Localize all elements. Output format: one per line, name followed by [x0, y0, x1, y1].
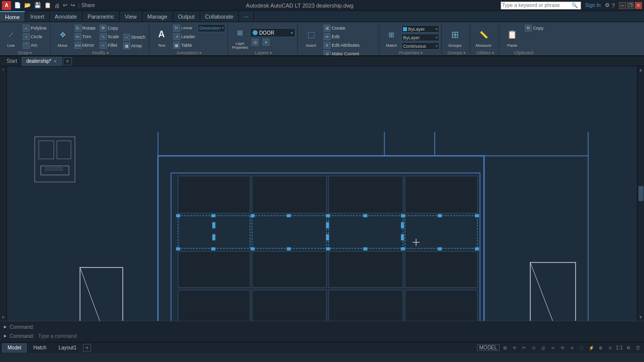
ribbon-tab-insert[interactable]: Insert — [25, 11, 50, 22]
modify-group-label[interactable]: Modify▾ — [54, 50, 147, 55]
settings-icon[interactable]: ⚙ — [605, 2, 610, 9]
ribbon-tab-collaborate[interactable]: Collaborate — [200, 11, 239, 22]
edit-block-button[interactable]: ✏Edit — [322, 33, 361, 41]
search-icon[interactable]: 🔍 — [572, 3, 578, 8]
sign-in-button[interactable]: Sign In — [585, 3, 601, 8]
osnap-icon[interactable]: ◎ — [539, 344, 547, 352]
model-tab[interactable]: Model — [2, 343, 27, 352]
scroll-up-button[interactable]: ▲ — [638, 67, 643, 72]
clipboard-copy-button[interactable]: ⧉Copy — [523, 24, 545, 32]
measure-button[interactable]: 📏 Measure — [473, 24, 494, 50]
dimension-button[interactable]: ⊢ Linear — [172, 24, 197, 32]
polar-icon[interactable]: ⊙ — [530, 344, 538, 352]
save-icon[interactable]: 💾 — [33, 2, 42, 9]
ribbon-tab-home[interactable]: Home — [0, 11, 25, 22]
ribbon-tab-output[interactable]: Output — [173, 11, 200, 22]
copy-button[interactable]: ⧉Copy — [98, 24, 121, 32]
ribbon-tab-view[interactable]: View — [120, 11, 142, 22]
qp-icon[interactable]: ⚡ — [587, 344, 595, 352]
draw-group-label[interactable]: Draw▾ — [2, 50, 48, 55]
model-indicator[interactable]: MODEL — [477, 344, 500, 351]
minimize-button[interactable]: ─ — [619, 2, 626, 9]
make-current-button[interactable]: ⊙Make Current — [322, 50, 361, 56]
restore-button[interactable]: ❐ — [627, 2, 634, 9]
redo-icon[interactable]: ↪ — [69, 2, 76, 9]
arc-button[interactable]: ⌒Arc — [21, 41, 48, 49]
polyline-button[interactable]: ⌐Polyline — [21, 24, 48, 32]
bylayer-linetype-dropdown[interactable]: ByLayer ▾ — [401, 34, 439, 41]
share-button[interactable]: Share — [82, 3, 95, 8]
otrack-icon[interactable]: ∞ — [549, 344, 557, 352]
command-input[interactable] — [38, 333, 641, 339]
clipboard-label[interactable]: Clipboard — [502, 50, 545, 55]
save-as-icon[interactable]: 📋 — [43, 2, 52, 9]
hatch-tab[interactable]: Hatch — [28, 343, 52, 352]
create-block-button[interactable]: ⊞Create — [322, 24, 361, 32]
ortho-icon[interactable]: ⊢ — [520, 344, 528, 352]
table-button[interactable]: ▦ Table — [172, 41, 197, 49]
ribbon-tab-annotate[interactable]: Annotate — [50, 11, 83, 22]
crosshair-icon[interactable]: + — [2, 67, 5, 72]
dealership-tab[interactable]: dealership* ✕ — [22, 57, 62, 66]
utilities-label[interactable]: Utilities▾ — [473, 50, 497, 55]
drawing-area[interactable] — [7, 66, 637, 321]
new-file-icon[interactable]: 📄 — [13, 2, 22, 9]
layer-dropdown[interactable]: DOOR ▾ — [250, 28, 295, 37]
insert-button[interactable]: ⬚ Insert — [301, 24, 321, 50]
leader-button[interactable]: ↗Leader — [172, 33, 197, 41]
make-object-layer-current[interactable]: ⊙ — [250, 38, 260, 46]
command-row-2[interactable]: ► Command: — [3, 331, 641, 340]
print-icon[interactable]: 🖨 — [53, 3, 61, 9]
scale-button[interactable]: ⤡Scale — [98, 33, 121, 41]
scroll-thumb[interactable] — [638, 186, 643, 201]
mirror-button[interactable]: ⟺Mirror — [73, 41, 98, 49]
close-tab-icon[interactable]: ✕ — [53, 59, 57, 64]
canvas-viewport[interactable] — [7, 66, 637, 321]
layer-properties-button[interactable]: ⊞ Layer Properties — [231, 24, 249, 50]
right-scrollbar[interactable]: ▲ ▼ — [637, 66, 644, 321]
add-layout-button[interactable]: + — [83, 344, 91, 352]
open-icon[interactable]: 📂 — [23, 2, 32, 9]
dimension-dropdown[interactable]: Dimension ▾ — [198, 24, 225, 32]
group-button[interactable]: ⊞ Groups — [445, 24, 465, 50]
bylayer-color-dropdown[interactable]: ByLayer ▾ — [401, 25, 439, 33]
paste-button[interactable]: 📋 Paste — [502, 24, 522, 50]
ribbon-tab-manage[interactable]: Manage — [142, 11, 173, 22]
array-button[interactable]: ▦Array — [122, 42, 147, 50]
rotate-button[interactable]: ↻Rotate — [73, 24, 98, 32]
undo-icon[interactable]: ↩ — [62, 2, 68, 9]
groups-label[interactable]: Groups▾ — [445, 50, 468, 55]
help-icon[interactable]: ? — [612, 3, 615, 9]
start-tab[interactable]: Start — [2, 57, 22, 66]
transparency-icon[interactable]: ◌ — [578, 344, 586, 352]
snap-icon[interactable]: ✛ — [511, 344, 519, 352]
line-button[interactable]: ⟋ Line — [2, 24, 20, 50]
stretch-button[interactable]: ↔Stretch — [122, 33, 147, 41]
continuous-dropdown[interactable]: Continuous ▾ — [401, 42, 439, 50]
layout1-tab[interactable]: Layout1 — [53, 343, 82, 352]
edit-attributes-button[interactable]: ≡Edit Attributes — [322, 41, 361, 49]
match-layer-button[interactable]: ≡ — [261, 38, 271, 46]
properties-group-label[interactable]: Properties▾ — [382, 50, 439, 55]
ducs-icon[interactable]: ⟲ — [558, 344, 567, 352]
circle-button[interactable]: ○Circle — [21, 33, 48, 41]
sc-icon[interactable]: ⊕ — [597, 344, 605, 352]
text-button[interactable]: A Text — [152, 24, 171, 50]
move-button[interactable]: ✥ Move — [54, 24, 72, 50]
ribbon-tab-parametric[interactable]: Parametric — [83, 11, 120, 22]
search-bar[interactable]: 🔍 — [501, 2, 581, 10]
trim-button[interactable]: ✂Trim — [73, 33, 98, 41]
grid-icon[interactable]: ⊞ — [501, 344, 509, 352]
annotation-group-label[interactable]: Annotation▾ — [152, 50, 225, 55]
ui-icon[interactable]: ☰ — [634, 344, 642, 352]
workspace-switch-icon[interactable]: ⚙ — [624, 344, 632, 352]
scroll-down-button[interactable]: ▼ — [638, 315, 643, 320]
app-logo[interactable]: A — [2, 1, 11, 10]
ribbon-tab-extra[interactable]: ··· — [239, 11, 254, 22]
lweight-icon[interactable]: ≡ — [568, 344, 576, 352]
search-input[interactable] — [501, 3, 572, 8]
close-button[interactable]: ✕ — [635, 2, 642, 9]
anno-icon[interactable]: A — [606, 344, 614, 352]
match-properties-button[interactable]: ⊞ Match — [382, 24, 400, 50]
fillet-button[interactable]: ⌐Fillet — [98, 41, 121, 49]
